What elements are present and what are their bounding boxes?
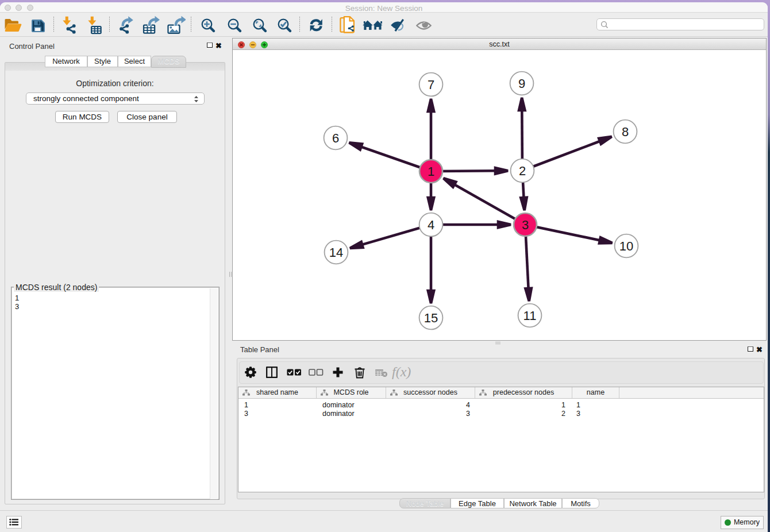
svg-text:1: 1 xyxy=(428,164,434,179)
svg-text:7: 7 xyxy=(428,78,434,92)
svg-text:10: 10 xyxy=(619,239,633,253)
svg-text:15: 15 xyxy=(424,311,438,325)
svg-text:8: 8 xyxy=(622,125,629,139)
svg-text:11: 11 xyxy=(523,309,537,323)
svg-text:2: 2 xyxy=(519,164,526,178)
svg-text:14: 14 xyxy=(329,245,343,260)
svg-text:9: 9 xyxy=(518,76,525,91)
svg-text:6: 6 xyxy=(332,131,339,145)
svg-text:4: 4 xyxy=(428,218,434,232)
svg-text:f(x): f(x) xyxy=(392,364,411,379)
svg-text:3: 3 xyxy=(522,218,529,232)
